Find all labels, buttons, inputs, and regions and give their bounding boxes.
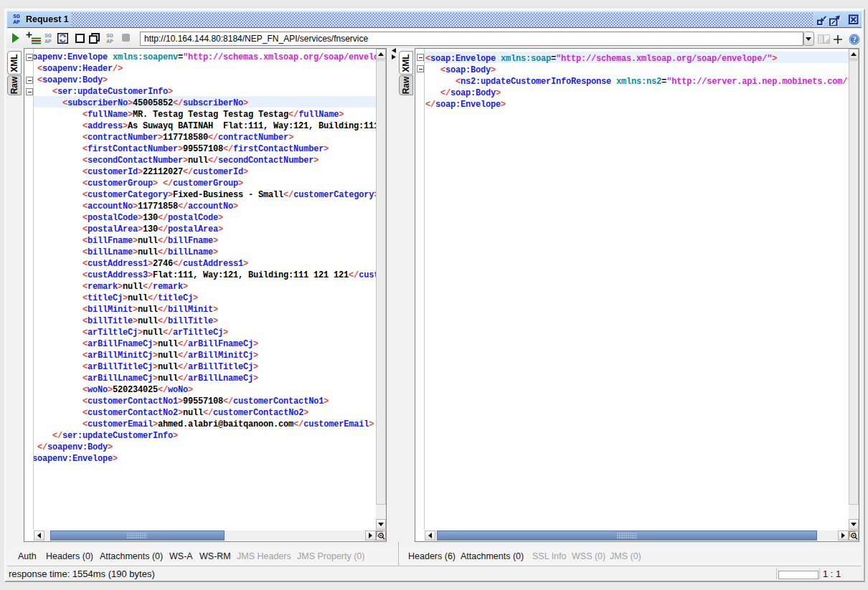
svg-text:?: ? bbox=[852, 35, 857, 44]
